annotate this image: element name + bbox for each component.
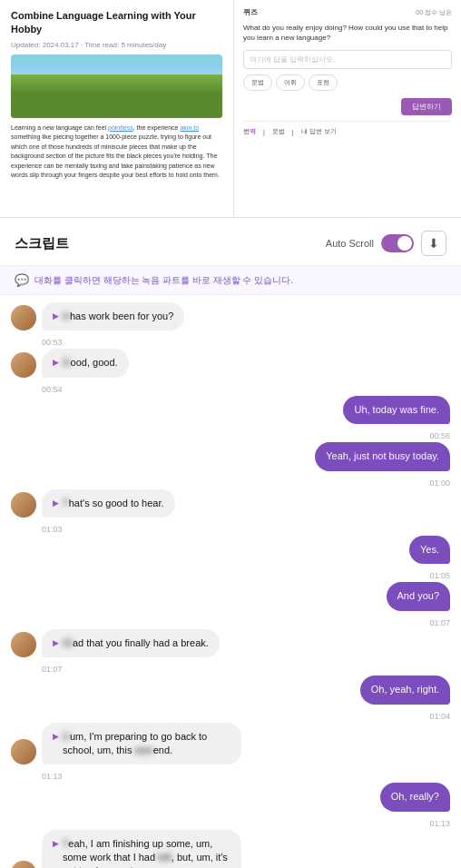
message-row-7: And you? bbox=[11, 582, 450, 610]
bubble-content-2: ▶ Good, good. bbox=[53, 356, 118, 370]
quiz-header: 퀴즈 00 점수 남은 bbox=[243, 7, 452, 17]
bubble-text-2: Good, good. bbox=[63, 356, 118, 370]
quiz-tab-translation[interactable]: 번역 bbox=[243, 127, 256, 136]
quiz-label: 퀴즈 bbox=[243, 7, 258, 17]
message-row-3: Uh, today was fine. bbox=[11, 396, 450, 424]
bubble-text-1: Hhas work been for you? bbox=[63, 310, 173, 323]
script-hint-bar: 💬 대화를 클릭하면 해당하는 녹음 파트를 바로 재생할 수 있습니다. bbox=[0, 266, 461, 295]
article-text-line1: Learning a new language can feel pointle… bbox=[11, 124, 220, 179]
timestamp-1: 00:53 bbox=[11, 338, 450, 347]
script-header: 스크립트 Auto Scroll ⬇ bbox=[0, 218, 461, 266]
download-button[interactable]: ⬇ bbox=[421, 231, 446, 256]
message-row-10: ▶ Uum, I'm preparing to go back to schoo… bbox=[11, 723, 450, 765]
bubble-3[interactable]: Uh, today was fine. bbox=[343, 396, 450, 424]
bubble-11[interactable]: Oh, really? bbox=[380, 783, 450, 811]
bubble-text-7: And you? bbox=[397, 590, 439, 601]
article-meta: Updated: 2024.03.17 · Time read: 5 minut… bbox=[11, 41, 222, 49]
play-icon-12: ▶ bbox=[53, 838, 59, 850]
article-link1[interactable]: pointless bbox=[108, 124, 133, 131]
bubble-text-5: That's so good to hear. bbox=[63, 497, 164, 510]
bubble-9[interactable]: Oh, yeah, right. bbox=[360, 676, 450, 704]
bubble-7[interactable]: And you? bbox=[387, 582, 450, 610]
hills bbox=[11, 74, 222, 93]
avatar-10 bbox=[11, 739, 36, 764]
auto-scroll-toggle[interactable] bbox=[381, 234, 414, 252]
download-icon: ⬇ bbox=[428, 236, 439, 251]
avatar-5 bbox=[11, 492, 36, 518]
bubble-2[interactable]: ▶ Good, good. bbox=[42, 349, 129, 377]
quiz-option-3[interactable]: 표현 bbox=[309, 74, 338, 91]
bubble-text-11: Oh, really? bbox=[391, 791, 439, 802]
message-row-2: ▶ Good, good. bbox=[11, 349, 450, 377]
message-row-5: ▶ That's so good to hear. bbox=[11, 489, 450, 518]
quiz-options: 문법 어휘 표현 bbox=[243, 74, 452, 91]
avatar-2 bbox=[11, 352, 36, 378]
message-row-4: Yeah, just not busy today. bbox=[11, 442, 450, 470]
quiz-tab-separator2: | bbox=[292, 129, 294, 135]
play-icon-8: ▶ bbox=[53, 637, 59, 649]
bubble-content-1: ▶ Hhas work been for you? bbox=[53, 310, 173, 323]
script-controls: Auto Scroll ⬇ bbox=[326, 231, 446, 256]
top-section: Combine Language Learning with Your Hobb… bbox=[0, 0, 461, 218]
bubble-5[interactable]: ▶ That's so good to hear. bbox=[42, 489, 175, 518]
quiz-input[interactable]: 여기에 답을 입력하십시오. bbox=[243, 50, 452, 69]
bubble-text-6: Yes. bbox=[420, 544, 439, 555]
bubble-1[interactable]: ▶ Hhas work been for you? bbox=[42, 302, 184, 330]
timestamp-9: 01:04 bbox=[11, 712, 450, 721]
timestamp-5: 01:03 bbox=[11, 525, 450, 534]
quiz-option-2[interactable]: 어휘 bbox=[276, 74, 305, 91]
article-image bbox=[11, 54, 222, 118]
auto-scroll-label: Auto Scroll bbox=[326, 238, 374, 249]
quiz-submit-button[interactable]: 답변하기 bbox=[401, 98, 452, 115]
article-body: Learning a new language can feel pointle… bbox=[11, 123, 222, 181]
quiz-panel: 퀴즈 00 점수 남은 What do you really enjoy doi… bbox=[234, 0, 461, 217]
message-row-9: Oh, yeah, right. bbox=[11, 676, 450, 704]
script-section: 스크립트 Auto Scroll ⬇ 💬 대화를 클릭하면 해당하는 녹음 파트… bbox=[0, 218, 461, 868]
bubble-6[interactable]: Yes. bbox=[409, 536, 450, 564]
bubble-content-8: ▶ Glad that you finally had a break. bbox=[53, 636, 209, 650]
bubble-text-9: Oh, yeah, right. bbox=[371, 684, 439, 695]
quiz-option-1[interactable]: 문법 bbox=[243, 74, 272, 91]
quiz-tab-my-answer[interactable]: 내 답변 보기 bbox=[301, 127, 337, 136]
message-row-6: Yes. bbox=[11, 536, 450, 564]
bubble-10[interactable]: ▶ Uum, I'm preparing to go back to schoo… bbox=[42, 723, 241, 765]
timestamp-4: 01:00 bbox=[11, 478, 450, 488]
article-title: Combine Language Learning with Your Hobb… bbox=[11, 9, 222, 37]
bubble-content-10: ▶ Uum, I'm preparing to go back to schoo… bbox=[53, 730, 230, 758]
play-icon-2: ▶ bbox=[53, 357, 59, 369]
bubble-12[interactable]: ▶ Yeah, I am finishing up some, um, some… bbox=[42, 830, 241, 868]
article-panel: Combine Language Learning with Your Hobb… bbox=[0, 0, 234, 217]
play-icon-10: ▶ bbox=[53, 731, 59, 743]
bubble-text-3: Uh, today was fine. bbox=[354, 404, 439, 415]
hint-icon: 💬 bbox=[15, 273, 29, 287]
bubble-8[interactable]: ▶ Glad that you finally had a break. bbox=[42, 629, 220, 657]
avatar-8 bbox=[11, 632, 36, 657]
avatar-1 bbox=[11, 305, 36, 330]
bubble-text-12: Yeah, I am finishing up some, um, some w… bbox=[63, 837, 230, 868]
bubble-text-8: Glad that you finally had a break. bbox=[63, 636, 209, 650]
hint-text: 대화를 클릭하면 해당하는 녹음 파트를 바로 재생할 수 있습니다. bbox=[34, 274, 293, 287]
quiz-tab-grammar[interactable]: 문법 bbox=[272, 127, 285, 136]
timestamp-10: 01:13 bbox=[11, 772, 450, 781]
message-row-11: Oh, really? bbox=[11, 783, 450, 811]
bubble-4[interactable]: Yeah, just not busy today. bbox=[315, 442, 450, 470]
timestamp-11: 01:13 bbox=[11, 819, 450, 828]
avatar-12 bbox=[11, 861, 36, 868]
article-link2[interactable]: akin to bbox=[180, 124, 199, 131]
message-row-8: ▶ Glad that you finally had a break. bbox=[11, 629, 450, 657]
message-row-12: ▶ Yeah, I am finishing up some, um, some… bbox=[11, 830, 450, 868]
quiz-submit-area: 답변하기 bbox=[243, 98, 452, 115]
timestamp-2: 00:54 bbox=[11, 385, 450, 394]
script-title: 스크립트 bbox=[15, 235, 69, 252]
bubble-text-4: Yeah, just not busy today. bbox=[326, 450, 439, 461]
bubble-content-5: ▶ That's so good to hear. bbox=[53, 497, 164, 510]
quiz-question: What do you really enjoy doing? How coul… bbox=[243, 23, 452, 43]
quiz-tab-separator1: | bbox=[263, 129, 265, 135]
quiz-tabs: 번역 | 문법 | 내 답변 보기 bbox=[243, 121, 452, 136]
timestamp-3: 00:56 bbox=[11, 431, 450, 440]
timestamp-7: 01:07 bbox=[11, 618, 450, 627]
timestamp-8: 01:07 bbox=[11, 665, 450, 674]
timestamp-6: 01:05 bbox=[11, 571, 450, 580]
chat-container: ▶ Hhas work been for you? 00:53 ▶ Good, … bbox=[0, 295, 461, 868]
ground bbox=[11, 93, 222, 118]
